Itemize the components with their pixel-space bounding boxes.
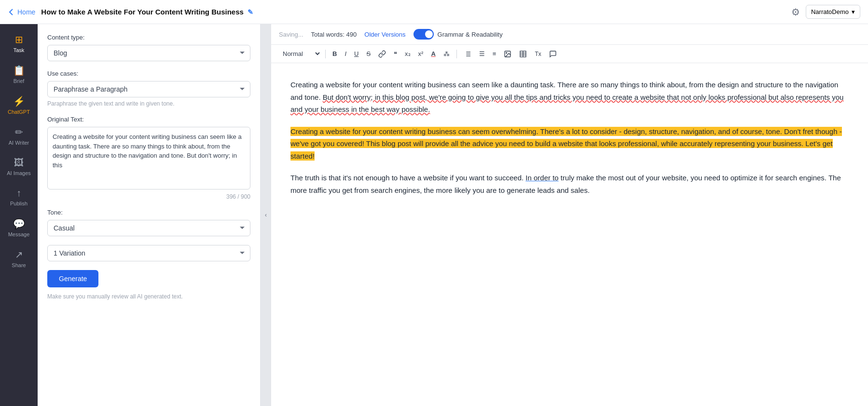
grammar-suggestion-1: But don't worry; in this blog post, we'r…	[290, 93, 843, 114]
message-icon: 💬	[13, 218, 25, 230]
color-button[interactable]: A	[428, 48, 438, 59]
sidebar-item-label: Publish	[10, 201, 28, 206]
use-cases-group: Use cases: Paraphrase a Paragraph Summar…	[47, 70, 250, 107]
use-cases-select[interactable]: Paraphrase a Paragraph Summarize Expand	[47, 81, 250, 97]
sidebar-item-ai-writer[interactable]: ✏ AI Writer	[2, 122, 36, 150]
use-cases-hint: Paraphrase the given text and write in g…	[47, 100, 250, 107]
ai-images-icon: 🖼	[14, 157, 24, 168]
user-dropdown[interactable]: NarratoDemo ▾	[806, 5, 860, 19]
topbar: Home How to Make A Website For Your Cont…	[0, 0, 868, 24]
grammar-label: Grammar & Readability	[438, 31, 503, 38]
chatgpt-icon: ⚡	[13, 95, 25, 107]
topbar-right: ⚙ NarratoDemo ▾	[791, 5, 860, 19]
collapse-icon: ‹	[265, 212, 267, 218]
paragraph-2: Creating a website for your content writ…	[290, 125, 849, 162]
publish-icon: ↑	[16, 188, 21, 199]
grammar-suggestion-2: In order to	[525, 174, 558, 182]
sidebar-item-ai-images[interactable]: 🖼 AI Images	[2, 152, 36, 181]
sidebar-item-label: Brief	[14, 78, 25, 84]
older-versions-link[interactable]: Older Versions	[364, 31, 405, 38]
quote-button[interactable]: ❝	[391, 48, 400, 59]
sidebar-item-label: AI Images	[7, 170, 31, 176]
saving-status: Saving...	[279, 31, 303, 38]
align-button[interactable]: ≡	[490, 48, 499, 59]
variation-group: 1 Variation 2 Variations 3 Variations	[47, 245, 250, 261]
sidebar-item-label: Share	[12, 262, 26, 268]
italic-button[interactable]: I	[342, 48, 349, 59]
tone-select[interactable]: Casual Formal Friendly Professional	[47, 220, 250, 236]
editor-topbar: Saving... Total words: 490 Older Version…	[271, 24, 868, 45]
ai-writer-icon: ✏	[15, 126, 23, 138]
task-icon: ⊞	[15, 34, 23, 45]
sidebar-item-brief[interactable]: 📋 Brief	[2, 60, 36, 89]
left-panel: Content type: Blog Article Social Media …	[38, 24, 261, 406]
tone-group: Tone: Casual Formal Friendly Professiona…	[47, 209, 250, 236]
word-count: Total words: 490	[311, 31, 357, 38]
sidebar-item-message[interactable]: 💬 Message	[2, 213, 36, 242]
toolbar-separator	[325, 50, 326, 58]
tone-label: Tone:	[47, 209, 250, 216]
original-text-area[interactable]: Creating a website for your content writ…	[47, 127, 250, 189]
clear-format-button[interactable]: Tx	[532, 49, 544, 59]
edit-icon[interactable]: ✎	[248, 8, 253, 16]
table-button[interactable]	[516, 48, 530, 60]
sidebar-item-chatgpt[interactable]: ⚡ ChatGPT	[2, 91, 36, 120]
grammar-toggle-group: Grammar & Readability	[413, 29, 503, 40]
subscript-button[interactable]: x₂	[402, 48, 413, 59]
variation-select[interactable]: 1 Variation 2 Variations 3 Variations	[47, 245, 250, 261]
home-label: Home	[17, 8, 35, 16]
brief-icon: 📋	[13, 65, 25, 76]
paragraph-1: Creating a website for your content writ…	[290, 79, 849, 116]
content-type-label: Content type:	[47, 34, 250, 41]
chevron-down-icon: ▾	[852, 8, 855, 15]
toolbar-separator-2	[456, 50, 457, 58]
editor-content[interactable]: Creating a website for your content writ…	[271, 63, 868, 406]
user-label: NarratoDemo	[811, 8, 849, 15]
main-layout: ⊞ Task 📋 Brief ⚡ ChatGPT ✏ AI Writer 🖼 A…	[0, 24, 868, 406]
image-button[interactable]	[501, 48, 514, 60]
sidebar-item-label: ChatGPT	[8, 109, 30, 115]
collapse-panel-button[interactable]: ‹	[261, 24, 271, 406]
sidebar-item-share[interactable]: ↗ Share	[2, 244, 36, 273]
ordered-list-button[interactable]	[461, 48, 474, 60]
sidebar: ⊞ Task 📋 Brief ⚡ ChatGPT ✏ AI Writer 🖼 A…	[0, 24, 38, 406]
bold-button[interactable]: B	[330, 48, 340, 59]
superscript-button[interactable]: x²	[415, 48, 427, 59]
use-cases-label: Use cases:	[47, 70, 250, 77]
content-type-select[interactable]: Blog Article Social Media	[47, 45, 250, 61]
ai-generated-paragraph: Creating a website for your content writ…	[290, 127, 842, 161]
ai-notice: Make sure you manually review all AI gen…	[47, 293, 250, 300]
link-button[interactable]	[375, 48, 389, 60]
home-link[interactable]: Home	[8, 8, 35, 16]
special-chars-button[interactable]: ⁂	[441, 48, 453, 59]
grammar-toggle[interactable]	[413, 29, 434, 40]
underline-button[interactable]: U	[351, 48, 361, 59]
original-text-group: Original Text: Creating a website for yo…	[47, 116, 250, 200]
settings-button[interactable]: ⚙	[791, 6, 800, 18]
strikethrough-button[interactable]: S	[363, 48, 373, 59]
sidebar-item-publish[interactable]: ↑ Publish	[2, 183, 36, 211]
style-select[interactable]: Normal Heading 1 Heading 2	[279, 48, 321, 60]
page-title: How to Make A Website For Your Content W…	[41, 8, 253, 16]
content-type-group: Content type: Blog Article Social Media	[47, 34, 250, 61]
editor-toolbar: Normal Heading 1 Heading 2 B I U S ❝ x₂ …	[271, 45, 868, 63]
sidebar-item-label: Task	[14, 47, 25, 53]
sidebar-item-task[interactable]: ⊞ Task	[2, 29, 36, 58]
unordered-list-button[interactable]: ☰	[476, 48, 488, 59]
sidebar-item-label: Message	[8, 231, 30, 237]
comment-button[interactable]	[546, 48, 560, 60]
svg-point-7	[506, 52, 507, 53]
paragraph-3: The truth is that it's not enough to hav…	[290, 172, 849, 196]
sidebar-item-label: AI Writer	[9, 140, 29, 146]
original-text-label: Original Text:	[47, 116, 250, 123]
editor-panel: Saving... Total words: 490 Older Version…	[271, 24, 868, 406]
char-count: 396 / 900	[47, 193, 250, 200]
share-icon: ↗	[15, 249, 23, 260]
generate-button[interactable]: Generate	[47, 270, 98, 287]
